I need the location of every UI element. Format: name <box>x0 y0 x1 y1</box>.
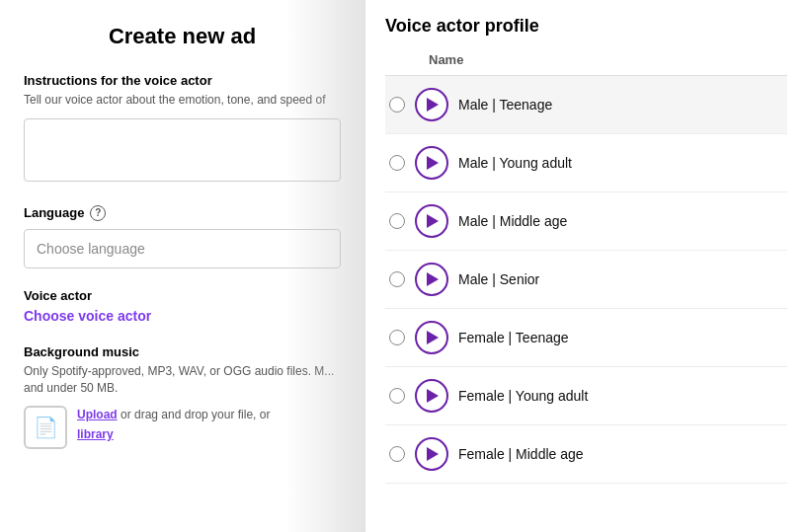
library-link[interactable]: library <box>77 427 114 441</box>
choose-voice-link[interactable]: Choose voice actor <box>24 308 151 324</box>
voice-item[interactable]: Male | Teenage <box>385 76 787 134</box>
right-panel-title: Voice actor profile <box>385 16 787 37</box>
instructions-textarea[interactable] <box>24 118 341 182</box>
play-icon <box>427 214 439 228</box>
instructions-sublabel: Tell our voice actor about the emotion, … <box>24 92 341 109</box>
language-help-icon[interactable]: ? <box>90 205 106 221</box>
voice-name: Male | Young adult <box>458 155 572 171</box>
play-button[interactable] <box>415 379 448 413</box>
play-button[interactable] <box>415 437 448 471</box>
voice-item[interactable]: Female | Middle age <box>385 425 787 484</box>
voice-name: Male | Middle age <box>458 213 567 229</box>
voice-list: Male | TeenageMale | Young adultMale | M… <box>385 76 787 484</box>
play-button[interactable] <box>415 263 448 296</box>
upload-text: Upload or drag and drop your file, or li… <box>77 406 270 443</box>
upload-link[interactable]: Upload <box>77 408 118 421</box>
radio-button[interactable] <box>389 388 405 404</box>
radio-button[interactable] <box>389 271 405 287</box>
voice-item[interactable]: Male | Middle age <box>385 192 787 251</box>
voice-name: Male | Senior <box>458 271 539 287</box>
page-title: Create new ad <box>24 20 341 49</box>
background-music-label: Background music <box>24 344 341 359</box>
background-music-section: Background music Only Spotify-approved, … <box>24 344 341 450</box>
background-music-sublabel: Only Spotify-approved, MP3, WAV, or OGG … <box>24 363 341 397</box>
radio-button[interactable] <box>389 155 405 171</box>
voice-item[interactable]: Female | Teenage <box>385 309 787 367</box>
voice-item[interactable]: Female | Young adult <box>385 367 787 425</box>
language-label: Language <box>24 205 84 220</box>
play-icon <box>427 98 439 112</box>
voice-name: Female | Young adult <box>458 388 588 404</box>
play-icon <box>427 389 439 403</box>
voice-name: Male | Teenage <box>458 97 552 113</box>
radio-button[interactable] <box>389 213 405 229</box>
play-icon <box>427 447 439 461</box>
play-button[interactable] <box>415 321 448 354</box>
name-column-header: Name <box>385 52 787 76</box>
voice-item[interactable]: Male | Young adult <box>385 134 787 192</box>
play-button[interactable] <box>415 204 448 238</box>
play-icon <box>427 331 439 344</box>
radio-button[interactable] <box>389 446 405 462</box>
voice-name: Female | Teenage <box>458 330 569 345</box>
left-panel: Create new ad Instructions for the voice… <box>0 0 365 532</box>
voice-actor-section: Voice actor Choose voice actor <box>24 288 341 325</box>
language-label-row: Language ? <box>24 205 341 221</box>
play-icon <box>427 156 439 170</box>
voice-name: Female | Middle age <box>458 446 584 462</box>
play-button[interactable] <box>415 88 448 121</box>
language-placeholder: Choose language <box>37 241 145 257</box>
instructions-label: Instructions for the voice actor <box>24 73 341 88</box>
file-icon: 📄 <box>24 406 67 449</box>
play-button[interactable] <box>415 146 448 180</box>
upload-area: 📄 Upload or drag and drop your file, or … <box>24 406 341 449</box>
voice-item[interactable]: Male | Senior <box>385 251 787 309</box>
right-panel: Voice actor profile Name Male | TeenageM… <box>365 0 807 532</box>
language-dropdown[interactable]: Choose language <box>24 229 341 268</box>
play-icon <box>427 272 439 286</box>
language-section: Language ? Choose language <box>24 205 341 268</box>
upload-text-after: or drag and drop your file, or <box>118 408 271 421</box>
voice-actor-label: Voice actor <box>24 288 341 303</box>
radio-button[interactable] <box>389 97 405 113</box>
radio-button[interactable] <box>389 330 405 345</box>
